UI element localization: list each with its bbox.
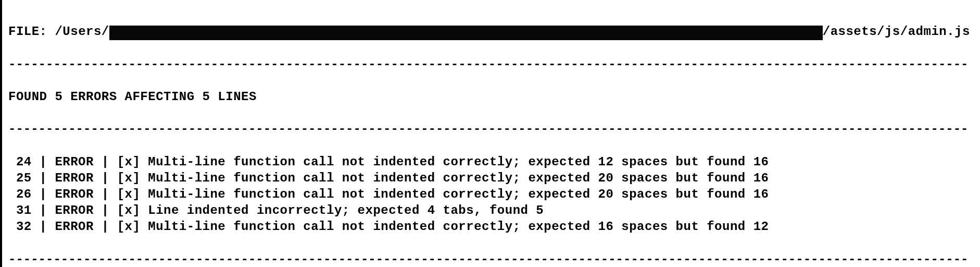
error-row: 32 | ERROR | [x] Multi-line function cal… bbox=[8, 219, 976, 235]
error-row: 24 | ERROR | [x] Multi-line function cal… bbox=[8, 154, 976, 170]
divider-line-1: ----------------------------------------… bbox=[8, 56, 976, 72]
error-row: 25 | ERROR | [x] Multi-line function cal… bbox=[8, 170, 976, 186]
file-label: FILE: bbox=[8, 23, 55, 40]
redacted-path bbox=[109, 26, 823, 40]
error-row: 31 | ERROR | [x] Line indented incorrect… bbox=[8, 202, 976, 219]
divider-line-2: ----------------------------------------… bbox=[8, 121, 976, 137]
divider-line-3: ----------------------------------------… bbox=[8, 251, 976, 267]
errors-list: 24 | ERROR | [x] Multi-line function cal… bbox=[8, 154, 976, 235]
file-path-line: FILE: /Users//assets/js/admin.js bbox=[8, 23, 976, 40]
error-row: 26 | ERROR | [x] Multi-line function cal… bbox=[8, 186, 976, 202]
terminal-output: FILE: /Users//assets/js/admin.js -------… bbox=[2, 0, 980, 267]
summary-line: FOUND 5 ERRORS AFFECTING 5 LINES bbox=[8, 89, 976, 105]
file-path-prefix: /Users/ bbox=[55, 23, 109, 40]
file-path-suffix: /assets/js/admin.js bbox=[823, 23, 970, 40]
